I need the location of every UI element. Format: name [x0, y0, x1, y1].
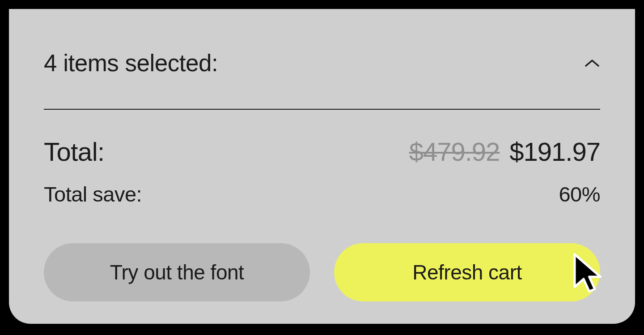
- price-group: $479.92 $191.97: [409, 137, 600, 167]
- button-row: Try out the font Refresh cart: [44, 243, 600, 301]
- price-current: $191.97: [509, 137, 600, 167]
- total-label: Total:: [44, 137, 105, 167]
- items-selected-label: 4 items selected:: [44, 49, 218, 77]
- save-value: 60%: [559, 182, 600, 206]
- save-row: Total save: 60%: [44, 182, 600, 206]
- chevron-up-icon: [584, 55, 600, 71]
- total-row: Total: $479.92 $191.97: [44, 137, 600, 167]
- refresh-cart-button[interactable]: Refresh cart: [334, 243, 600, 301]
- summary-header[interactable]: 4 items selected:: [44, 49, 600, 110]
- save-label: Total save:: [44, 182, 142, 206]
- cart-summary-card: 4 items selected: Total: $479.92 $191.97…: [9, 9, 635, 324]
- price-original: $479.92: [409, 137, 500, 167]
- try-font-button[interactable]: Try out the font: [44, 243, 310, 301]
